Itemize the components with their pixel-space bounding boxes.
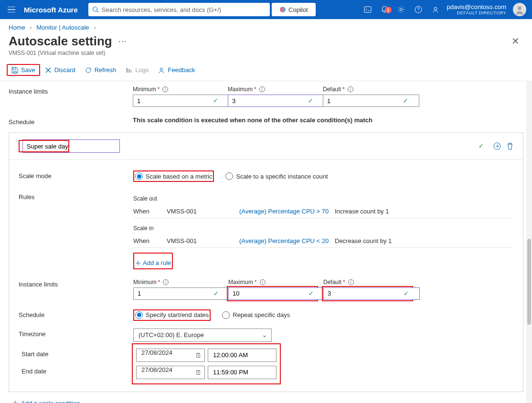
azure-header: Microsoft Azure Search resources, servic… — [0, 0, 532, 19]
info-icon[interactable]: i — [348, 279, 354, 285]
checkmark-icon: ✓ — [404, 290, 409, 297]
svg-point-0 — [93, 7, 97, 11]
feedback-hdr-icon[interactable] — [427, 6, 444, 13]
save-icon — [11, 67, 18, 74]
start-date-input[interactable]: 27/08/2024🗓 — [136, 349, 205, 362]
checkmark-icon: ✓ — [479, 142, 484, 149]
breadcrumb: Home › Monitor | Autoscale › — [0, 19, 532, 33]
rule-metric-link[interactable]: (Average) Percentage CPU < 20 — [239, 237, 335, 244]
save-button[interactable]: Save — [7, 64, 40, 76]
content: Instance limits Minimum*i ✓ Maximum*i ✓ … — [0, 81, 532, 403]
start-time-input[interactable] — [208, 349, 277, 362]
brand-label[interactable]: Microsoft Azure — [24, 6, 78, 14]
search-icon — [92, 6, 99, 13]
info-icon[interactable]: i — [162, 86, 168, 92]
info-icon[interactable]: i — [260, 279, 266, 285]
radio-scale-metric[interactable]: Scale based on a metric — [135, 172, 212, 180]
feedback-button[interactable]: Feedback — [153, 64, 200, 75]
logs-icon — [126, 67, 132, 74]
svg-point-2 — [280, 7, 286, 12]
checkmark-icon: ✓ — [308, 97, 313, 104]
copilot-button[interactable]: Copilot — [272, 3, 316, 16]
label-end-date: End date — [21, 366, 136, 375]
svg-point-6 — [434, 7, 437, 10]
end-date-input[interactable]: 27/08/2024🗓 — [136, 366, 205, 379]
refresh-icon — [85, 67, 92, 74]
row-schedule-default: Schedule This scale condition is execute… — [9, 112, 523, 130]
radio-scale-specific[interactable]: Scale to a specific instance count — [225, 172, 328, 180]
info-icon[interactable]: i — [163, 279, 169, 285]
delete-condition-icon[interactable] — [507, 142, 513, 150]
calendar-icon: 🗓 — [195, 352, 202, 359]
label-schedule2: Schedule — [19, 309, 133, 318]
scale-in-header: Scale in — [133, 225, 513, 232]
add-rule-button[interactable]: Add a rule — [135, 259, 171, 266]
add-scale-condition-button[interactable]: Add a scale condition — [12, 400, 80, 403]
rule-row-scale-in: When VMSS-001 (Average) Percentage CPU <… — [133, 234, 513, 248]
svg-rect-10 — [131, 70, 132, 73]
toolbar: Save Discard Refresh Logs Feedback — [0, 61, 532, 81]
discard-icon — [45, 67, 52, 74]
svg-point-11 — [160, 68, 163, 70]
vertical-scrollbar[interactable] — [526, 81, 532, 403]
calendar-icon: 🗓 — [195, 369, 202, 376]
end-time-input[interactable] — [208, 366, 277, 379]
svg-rect-9 — [128, 69, 130, 73]
crumb-monitor[interactable]: Monitor | Autoscale — [36, 24, 89, 31]
svg-rect-3 — [364, 7, 371, 12]
info-icon[interactable]: i — [259, 86, 265, 92]
rule-metric-link[interactable]: (Average) Percentage CPU > 70 — [239, 208, 335, 215]
row-instance-limits: Instance limits Minimum*i ✓ Maximum*i ✓ … — [9, 81, 523, 112]
hamburger-icon[interactable] — [4, 3, 19, 16]
svg-point-7 — [518, 6, 521, 10]
svg-line-1 — [96, 11, 98, 13]
radio-repeat-days[interactable]: Repeat specific days — [222, 311, 290, 319]
global-search-input[interactable]: Search resources, services, and docs (G+… — [88, 3, 270, 16]
svg-point-4 — [400, 9, 402, 11]
timezone-select[interactable]: (UTC+02:00) E. Europe — [133, 329, 272, 342]
help-icon[interactable] — [410, 6, 427, 13]
plus-icon — [12, 400, 18, 403]
settings-icon[interactable] — [393, 6, 410, 13]
label-schedule: Schedule — [9, 117, 133, 126]
checkmark-icon: ✓ — [213, 97, 218, 104]
label-timezone: Timezone — [19, 329, 133, 338]
user-account[interactable]: pdavis@contoso.com DEFAULT DIRECTORY — [444, 3, 509, 16]
refresh-button[interactable]: Refresh — [80, 64, 121, 75]
discard-button[interactable]: Discard — [40, 64, 80, 75]
label-start-date: Start date — [21, 349, 136, 358]
schedule-default-message: This scale condition is executed when no… — [133, 117, 372, 124]
page-title: Autoscale setting — [9, 34, 112, 49]
label-instance-limits2: Instance limits — [19, 279, 133, 288]
checkmark-icon: ✓ — [213, 290, 219, 297]
label-rules: Rules — [19, 191, 133, 201]
scale-condition-card: ✓ Scale mode Scale based on a metric Sca… — [9, 132, 523, 392]
svg-rect-8 — [126, 68, 128, 73]
radio-specify-dates[interactable]: Specify start/end dates — [135, 311, 209, 319]
notifications-icon[interactable]: 1 — [376, 6, 393, 13]
avatar-icon[interactable] — [513, 3, 526, 16]
scale-out-header: Scale out — [133, 195, 513, 202]
feedback-icon — [158, 67, 165, 74]
condition-name-input[interactable] — [22, 139, 120, 153]
notification-badge: 1 — [385, 7, 392, 13]
close-icon[interactable]: ✕ — [508, 33, 523, 49]
logs-button: Logs — [121, 64, 153, 75]
scrollbar-thumb[interactable] — [527, 239, 531, 325]
plus-icon — [135, 260, 141, 266]
cloud-shell-icon[interactable] — [359, 6, 376, 13]
more-actions-icon[interactable]: ⋯ — [118, 36, 127, 46]
rule-row-scale-out: When VMSS-001 (Average) Percentage CPU >… — [133, 205, 513, 218]
apply-icon[interactable] — [493, 142, 501, 150]
title-row: Autoscale setting ⋯ ✕ — [0, 33, 532, 49]
checkmark-icon: ✓ — [403, 97, 408, 104]
info-icon[interactable]: i — [348, 86, 353, 92]
label-scale-mode: Scale mode — [19, 170, 133, 180]
copilot-icon — [279, 6, 286, 13]
label-instance-limits: Instance limits — [9, 86, 133, 95]
crumb-home[interactable]: Home — [9, 24, 25, 31]
page-subtitle: VMSS-001 (Virtual machine scale set) — [0, 49, 532, 61]
checkmark-icon: ✓ — [309, 290, 314, 297]
